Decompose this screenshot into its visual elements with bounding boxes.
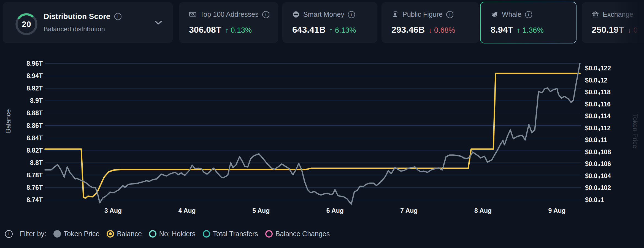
stat-card-exchange[interactable]: Exchange 250.19T ↓ 0 (582, 2, 644, 43)
info-icon[interactable] (5, 230, 13, 238)
stat-change: ↑ 0.13% (225, 26, 252, 35)
stat-value: 250.19T (592, 25, 624, 35)
transfers-ring-icon (203, 230, 210, 238)
stat-change: ↓ 0 (627, 26, 637, 35)
holders-ring-icon (149, 230, 156, 238)
stat-value: 643.41B (292, 25, 326, 35)
stat-card-public-figure[interactable]: Public Figure 293.46B ↓ 0.68% (381, 2, 479, 43)
info-icon[interactable] (114, 13, 121, 20)
stat-change: ↑ 6.13% (329, 26, 356, 35)
stat-label: Top 100 Addresses (200, 10, 259, 18)
info-icon[interactable] (348, 11, 355, 18)
banknote-icon (189, 11, 196, 18)
bank-icon (592, 11, 599, 18)
legend-item-holders[interactable]: No: Holders (149, 230, 196, 238)
legend-item-balance[interactable]: Balance (107, 230, 142, 238)
distribution-score-value: 20 (14, 12, 39, 36)
left-axis-title: Balance (4, 109, 12, 133)
legend-label: No: Holders (159, 230, 196, 238)
distribution-score-subtitle: Balanced distribution (44, 25, 105, 33)
legend-label: Balance (117, 230, 142, 238)
stat-value: 293.46B (391, 25, 425, 35)
stat-change: ↓ 0.68% (428, 26, 455, 35)
legend-label: Balance Changes (275, 230, 330, 238)
public-figure-icon (391, 11, 399, 18)
stat-label: Whale (502, 10, 521, 18)
distribution-score-title: Distribution Score (44, 12, 110, 21)
legend-label: Total Transfers (213, 230, 258, 238)
info-icon[interactable] (446, 11, 453, 18)
stat-card-whale-selected-border: Whale 8.94T ↑ 1.36% (480, 2, 577, 43)
legend-item-balance-changes[interactable]: Balance Changes (265, 230, 330, 238)
chevron-down-icon[interactable] (155, 20, 162, 25)
info-icon[interactable] (525, 11, 532, 18)
token-price-marker-icon (53, 230, 61, 238)
distribution-score-card[interactable]: 20 Distribution Score Balanced distribut… (3, 2, 173, 43)
stat-card-top-100-addresses[interactable]: Top 100 Addresses 306.08T ↑ 0.13% (179, 2, 278, 43)
filter-label: Filter by: (20, 230, 46, 238)
whale-icon (491, 11, 498, 18)
legend-item-total-transfers[interactable]: Total Transfers (203, 230, 258, 238)
stat-card-whale[interactable]: Whale 8.94T ↑ 1.36% (481, 2, 576, 43)
balance-changes-ring-icon (265, 230, 273, 238)
stat-label: Exchange (603, 10, 633, 18)
smart-money-icon (292, 11, 300, 18)
stat-label: Smart Money (303, 10, 344, 18)
stat-card-smart-money[interactable]: Smart Money 643.41B ↑ 6.13% (282, 2, 377, 43)
legend-item-token-price[interactable]: Token Price (53, 230, 100, 238)
stat-label: Public Figure (402, 10, 443, 18)
stat-change: ↑ 1.36% (517, 26, 544, 35)
stat-value: 306.08T (189, 25, 221, 35)
distribution-score-gauge: 20 (14, 12, 39, 36)
balance-radio-icon (107, 230, 114, 238)
info-icon[interactable] (262, 11, 269, 18)
legend-label: Token Price (64, 230, 100, 238)
right-axis-title: Token Price (631, 114, 639, 148)
filter-legend: Filter by: Token Price Balance No: Holde… (5, 230, 330, 238)
stat-value: 8.94T (491, 25, 513, 35)
